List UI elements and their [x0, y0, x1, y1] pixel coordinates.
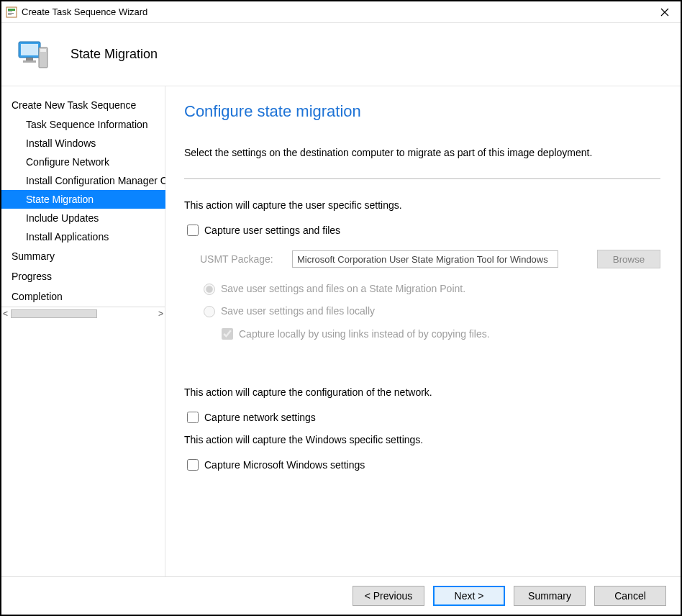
capture-links-checkbox	[222, 328, 233, 340]
svg-rect-6	[21, 44, 38, 55]
user-section-label: This action will capture the user specif…	[184, 199, 660, 211]
content-intro: Select the settings on the destination c…	[184, 147, 660, 179]
previous-button[interactable]: < Previous	[353, 586, 424, 606]
app-icon	[6, 6, 17, 18]
capture-windows-checkbox[interactable]	[187, 459, 199, 471]
scroll-left-icon[interactable]: <	[3, 309, 8, 319]
save-smp-label: Save user settings and files on a State …	[221, 283, 465, 294]
svg-rect-2	[8, 12, 12, 12]
capture-links-label: Capture locally by using links instead o…	[239, 328, 490, 340]
page-name: State Migration	[71, 47, 158, 62]
network-section-label: This action will capture the configurati…	[184, 386, 660, 398]
capture-user-label: Capture user settings and files	[204, 225, 340, 236]
nav-summary[interactable]: Summary	[1, 246, 165, 266]
capture-network-checkbox[interactable]	[187, 412, 199, 423]
nav-horizontal-scrollbar[interactable]: < >	[1, 307, 165, 320]
capture-network-label: Capture network settings	[204, 412, 316, 423]
svg-rect-1	[8, 9, 15, 11]
window-title: Create Task Sequence Wizard	[22, 6, 650, 17]
save-local-radio	[204, 306, 215, 317]
scroll-thumb[interactable]	[11, 309, 97, 318]
nav-progress[interactable]: Progress	[1, 266, 165, 286]
titlebar: Create Task Sequence Wizard	[1, 1, 681, 23]
nav-state-migration[interactable]: State Migration	[1, 190, 165, 209]
svg-rect-10	[40, 49, 46, 52]
content-title: Configure state migration	[184, 102, 660, 121]
nav-create-new-task-sequence[interactable]: Create New Task Sequence	[1, 95, 165, 115]
summary-button[interactable]: Summary	[514, 586, 586, 606]
wizard-icon	[16, 37, 50, 72]
cancel-button[interactable]: Cancel	[594, 586, 666, 606]
save-smp-radio	[204, 284, 215, 295]
capture-user-checkbox[interactable]	[187, 225, 199, 236]
usmt-package-label: USMT Package:	[184, 253, 292, 265]
nav-install-config-manager[interactable]: Install Configuration Manager Client	[1, 171, 165, 190]
wizard-header: State Migration	[1, 23, 681, 86]
wizard-footer: < Previous Next > Summary Cancel	[1, 577, 681, 615]
nav-task-sequence-information[interactable]: Task Sequence Information	[1, 115, 165, 134]
capture-windows-label: Capture Microsoft Windows settings	[204, 459, 365, 471]
browse-button: Browse	[597, 250, 660, 268]
save-local-label: Save user settings and files locally	[221, 305, 375, 317]
wizard-nav: Create New Task Sequence Task Sequence I…	[1, 86, 165, 307]
svg-rect-7	[26, 58, 33, 60]
nav-completion[interactable]: Completion	[1, 286, 165, 307]
svg-rect-4	[8, 14, 12, 15]
svg-rect-3	[8, 13, 14, 14]
svg-rect-8	[23, 60, 36, 63]
windows-section-label: This action will capture the Windows spe…	[184, 434, 660, 445]
usmt-package-field	[292, 250, 558, 268]
wizard-content: Configure state migration Select the set…	[165, 86, 681, 576]
nav-include-updates[interactable]: Include Updates	[1, 209, 165, 227]
next-button[interactable]: Next >	[433, 586, 505, 606]
close-button[interactable]	[650, 2, 679, 22]
nav-configure-network[interactable]: Configure Network	[1, 153, 165, 171]
nav-install-windows[interactable]: Install Windows	[1, 134, 165, 153]
scroll-right-icon[interactable]: >	[158, 309, 163, 319]
nav-install-applications[interactable]: Install Applications	[1, 227, 165, 246]
